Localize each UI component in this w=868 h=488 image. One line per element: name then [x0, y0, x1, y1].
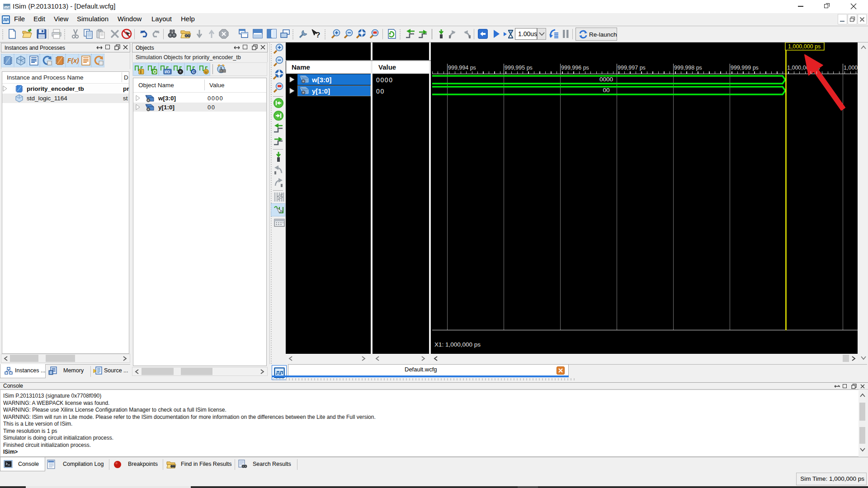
- svg-text:?: ?: [316, 31, 320, 39]
- svg-text:U: U: [205, 70, 208, 74]
- svg-text:I/O: I/O: [165, 70, 170, 74]
- svg-text:1,000,000 ps: 1,000,000 ps: [788, 43, 821, 50]
- svg-text:C: C: [192, 70, 195, 74]
- svg-text:0000: 0000: [599, 76, 613, 83]
- svg-text:00: 00: [603, 87, 609, 94]
- svg-text:I: I: [140, 70, 142, 75]
- svg-text:O: O: [153, 70, 157, 75]
- svg-text:X1: 1,000,000 ps: X1: 1,000,000 ps: [434, 341, 481, 348]
